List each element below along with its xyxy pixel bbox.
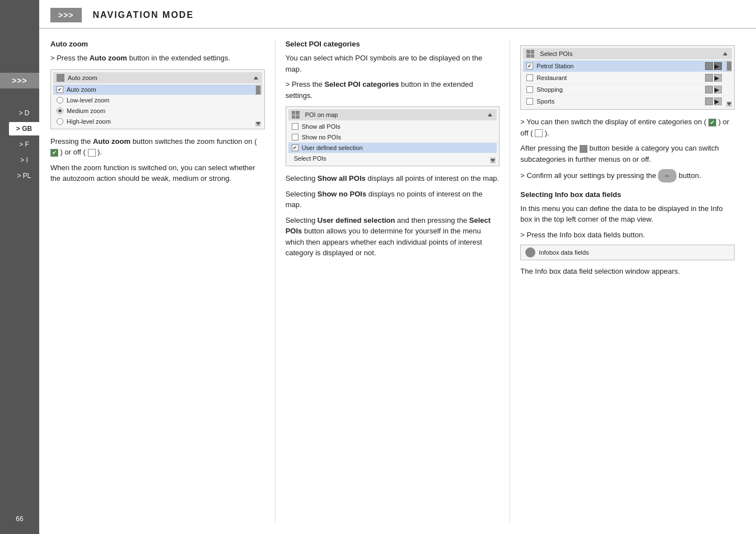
- back-button[interactable]: ←: [658, 169, 676, 182]
- sp-title: Select POIs: [540, 50, 572, 57]
- sports-thumb: [705, 97, 713, 105]
- back-arrow-icon: ←: [664, 170, 671, 181]
- ss-label-autozoom: Auto zoom: [67, 86, 96, 93]
- autozoom-ss-titlebar: Auto zoom: [53, 72, 262, 83]
- sp-check-off: [535, 129, 543, 137]
- autozoom-screenshot: Auto zoom ✔ Auto zoom Low-level zoo: [50, 69, 265, 129]
- cb-userdef[interactable]: ✔: [292, 144, 298, 151]
- cb-petrol[interactable]: ✔: [526, 63, 533, 69]
- ss-row-high[interactable]: High-level zoom: [53, 116, 262, 127]
- radio-high[interactable]: [57, 118, 63, 125]
- label-userdef: User defined selection: [302, 144, 363, 151]
- label-showall: Show all POIs: [302, 123, 340, 130]
- sidebar-item-F[interactable]: > F: [9, 138, 39, 151]
- scroll-up-icon[interactable]: [254, 76, 258, 79]
- sidebar-item-D[interactable]: > D: [9, 106, 39, 120]
- sp-scrollbar-top: [723, 52, 729, 55]
- sports-icons: ▶: [705, 97, 729, 105]
- petrol-thumb: [705, 62, 713, 70]
- sports-arrow[interactable]: ▶: [714, 97, 722, 105]
- infobox-title: Selecting Info box data fields: [520, 190, 735, 199]
- scrollbar: [255, 85, 261, 95]
- subcategory-btn-icon: [580, 145, 587, 153]
- sidebar-item-GB[interactable]: > GB: [9, 122, 39, 135]
- poi-para1: You can select which POI symbols are to …: [286, 53, 500, 74]
- check-on-icon: ✔: [50, 149, 58, 157]
- ss-label-low: Low-level zoom: [67, 97, 109, 104]
- sidebar-item-I[interactable]: > I: [9, 153, 39, 167]
- ss-row-medium[interactable]: Medium zoom: [53, 106, 262, 116]
- scrollbar-thumb: [256, 86, 260, 95]
- scroll-down-icon[interactable]: [256, 122, 260, 125]
- cb-shopping[interactable]: [526, 86, 533, 93]
- select-pois-box: Select POIs ✔ Petrol Station ▶: [520, 45, 735, 110]
- sp-step-confirm: > Confirm all your settings by pressing …: [520, 169, 735, 182]
- shopping-icons: ▶: [705, 86, 729, 93]
- shopping-arrow[interactable]: ▶: [714, 86, 722, 93]
- restaurant-arrow[interactable]: ▶: [714, 74, 722, 82]
- sp-row-shopping[interactable]: Shopping ▶: [523, 84, 732, 96]
- sidebar-item-PL[interactable]: > PL: [9, 169, 39, 182]
- poi-row-showall[interactable]: Show all POIs: [288, 121, 497, 132]
- label-sports: Sports: [536, 98, 554, 105]
- ss-row-low[interactable]: Low-level zoom: [53, 95, 262, 106]
- sp-scrollbar-btm: [726, 101, 732, 107]
- col-poi: Select POI categories You can select whi…: [276, 40, 511, 523]
- col-autozoom: Auto zoom > Press the Auto zoom button i…: [50, 40, 276, 523]
- topbar-arrows: >>>: [50, 8, 82, 22]
- cb-showall[interactable]: [292, 123, 298, 130]
- check-off-icon: [88, 149, 96, 157]
- petrol-icons: ▶: [705, 62, 729, 70]
- infobox-step2: > Press the Info box data fields button.: [520, 229, 735, 241]
- petrol-arrow[interactable]: ▶: [714, 62, 722, 70]
- infobox-para2: The Info box data field selection window…: [520, 266, 735, 277]
- radio-medium[interactable]: [57, 107, 63, 114]
- sp-scroll-up[interactable]: [723, 52, 727, 55]
- cb-shownone[interactable]: [292, 134, 298, 140]
- para-shownone: Selecting Show no POIs displays no point…: [286, 189, 500, 210]
- autozoom-para1: Pressing the Auto zoom button switches t…: [50, 136, 265, 158]
- label-shownone: Show no POIs: [302, 134, 341, 140]
- sp-para2: After pressing the button beside a categ…: [520, 143, 735, 165]
- autozoom-title: Auto zoom: [50, 40, 265, 48]
- sp-scrollbar: [726, 60, 732, 72]
- infobox-box: Infobox data fields: [520, 245, 735, 260]
- main-content: >>> NAVIGATION MODE Auto zoom > Press th…: [39, 0, 756, 534]
- poi-scrollbar-bottom: [490, 157, 496, 163]
- checkbox-autozoom[interactable]: ✔: [57, 86, 63, 93]
- top-bar: >>> NAVIGATION MODE: [39, 0, 756, 29]
- poi-row-shownone[interactable]: Show no POIs: [288, 132, 497, 143]
- sp-grid-icon: [526, 50, 534, 58]
- sidebar: >>> > D > GB > F > I > PL 66: [0, 0, 39, 534]
- sp-check-on: ✔: [708, 119, 716, 127]
- infobox-label: Infobox data fields: [539, 249, 589, 256]
- restaurant-thumb: [705, 74, 713, 82]
- cb-sports[interactable]: [526, 98, 533, 105]
- autozoom-step1: > Press the Auto zoom button in the exte…: [50, 53, 265, 64]
- poi-scroll-up[interactable]: [488, 113, 492, 116]
- infobox-para1: In this menu you can define the data to …: [520, 203, 735, 225]
- ss-row-autozoom[interactable]: ✔ Auto zoom: [53, 85, 262, 95]
- poi-row-userdef[interactable]: ✔ User defined selection: [288, 143, 497, 153]
- sp-row-restaurant[interactable]: Restaurant ▶: [523, 72, 732, 84]
- restaurant-icons: ▶: [705, 74, 729, 82]
- poi-titlebar: POI on map: [288, 109, 497, 120]
- para-userdef: Selecting User defined selection and the…: [286, 215, 500, 259]
- poi-scroll-down[interactable]: [491, 159, 495, 162]
- sp-row-sports[interactable]: Sports ▶: [523, 96, 732, 107]
- poi-box-title: POI on map: [305, 111, 338, 118]
- sp-scroll-down[interactable]: [727, 102, 731, 106]
- poi-box: POI on map Show all POIs Show no POIs ✔ …: [286, 106, 500, 166]
- radio-low[interactable]: [57, 97, 63, 104]
- poi-scrollbar-top: [488, 113, 493, 116]
- shopping-thumb: [705, 86, 713, 93]
- page-title: NAVIGATION MODE: [93, 10, 194, 20]
- ss-label-medium: Medium zoom: [67, 107, 105, 114]
- label-selectpois: Select POIs: [292, 155, 326, 162]
- ss-label-high: High-level zoom: [67, 118, 111, 125]
- col-selectpois: Select POIs ✔ Petrol Station ▶: [510, 40, 745, 523]
- cb-restaurant[interactable]: [526, 74, 533, 81]
- sp-scrollbar-thumb: [727, 62, 731, 71]
- sp-row-petrol[interactable]: ✔ Petrol Station ▶: [523, 60, 732, 72]
- sp-titlebar: Select POIs: [523, 48, 732, 59]
